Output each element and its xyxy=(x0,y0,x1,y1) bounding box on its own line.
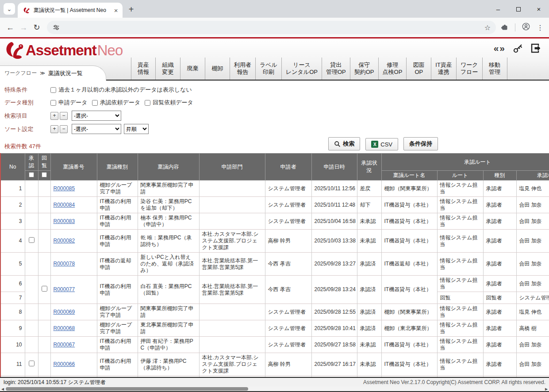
route-name-cell: IT機器返却（本社） xyxy=(381,376,437,377)
logout-icon[interactable] xyxy=(530,43,542,54)
scroll-left-icon[interactable]: ◀ xyxy=(0,387,5,391)
route-cell: 回覧 xyxy=(437,292,483,304)
approve-checkbox-cell xyxy=(25,197,38,213)
approver-cell: 合田 加奈 xyxy=(516,353,549,376)
add-search-item-button[interactable]: + xyxy=(50,112,58,120)
window-maximize-button[interactable] xyxy=(508,5,529,13)
ringi-number-link[interactable]: R000067 xyxy=(54,342,75,348)
hide-old-data-checkbox[interactable] xyxy=(50,87,56,93)
row-review-checkbox[interactable] xyxy=(42,286,47,292)
remove-sort-button[interactable]: − xyxy=(60,125,68,133)
remove-search-item-button[interactable]: − xyxy=(60,112,68,120)
approver-cell: 合田 加奈 xyxy=(516,213,549,230)
approval-request-data-checkbox[interactable] xyxy=(92,100,98,106)
ringi-number-link[interactable]: R000084 xyxy=(54,202,75,208)
nav-tab-IT資産連携[interactable]: IT資産連携 xyxy=(431,58,457,80)
route-name-cell: IT機器貸与（本社） xyxy=(381,337,437,353)
nav-tab-棚卸[interactable]: 棚卸 xyxy=(205,58,230,80)
csv-export-button[interactable]: X CSV xyxy=(365,138,398,150)
approve-all-checkbox[interactable] xyxy=(29,172,34,177)
row-approve-checkbox[interactable] xyxy=(29,237,35,243)
approve-checkbox-cell xyxy=(25,304,38,320)
route-kind-cell: 承認者 xyxy=(483,197,516,213)
new-tab-button[interactable]: + xyxy=(125,3,138,15)
approver-cell: 塩見 伸也 xyxy=(516,181,549,197)
nav-tab-ラベル印刷[interactable]: ラベル印刷 xyxy=(256,58,282,80)
ringi-number-link[interactable]: R000066 xyxy=(54,361,75,367)
table-row: 1R000085棚卸グループ完了申請関東事業所棚卸完了申請システム管理者2025… xyxy=(0,181,549,197)
password-key-icon[interactable] xyxy=(513,43,523,54)
keep-conditions-button[interactable]: 条件保持 xyxy=(403,137,438,150)
nav-tab-ワークフロー[interactable]: ワークフロー xyxy=(457,58,483,80)
bookmark-star-icon[interactable]: ☆ xyxy=(484,23,491,32)
nav-tab-図面OP[interactable]: 図面OP xyxy=(407,58,431,80)
ringi-number-link[interactable]: R000083 xyxy=(54,218,75,224)
tab-close-icon[interactable]: × xyxy=(114,7,118,14)
nav-tab-保守契約OP[interactable]: 保守契約OP xyxy=(350,58,379,80)
ringi-number-link[interactable]: R000078 xyxy=(54,261,75,267)
window-close-button[interactable]: × xyxy=(529,5,549,13)
app-logo[interactable]: AssetmentNeo xyxy=(4,41,123,60)
breadcrumb-section[interactable]: ワークフロー xyxy=(4,69,37,77)
scrollbar-thumb[interactable] xyxy=(6,387,248,391)
row-approve-checkbox[interactable] xyxy=(29,361,35,366)
ringi-number-link[interactable]: R000082 xyxy=(54,238,75,244)
breadcrumb: ワークフロー ≫ 稟議状況一覧 xyxy=(0,65,106,81)
approval-status-cell: 未承認 xyxy=(357,353,381,376)
sort-item-select[interactable]: -選択- xyxy=(72,124,121,134)
approval-status-cell: 差戻 xyxy=(357,181,381,197)
add-sort-button[interactable]: + xyxy=(50,125,58,133)
search-button[interactable]: 検索 xyxy=(328,137,360,150)
address-bar[interactable]: ☆ xyxy=(47,21,496,34)
row-number-cell: 5 xyxy=(0,253,25,276)
ringi-number-link[interactable]: R000069 xyxy=(54,309,75,315)
window-minimize-button[interactable]: – xyxy=(488,5,508,13)
nav-tab-利用者報告[interactable]: 利用者報告 xyxy=(230,58,256,80)
circulation-request-data-checkbox[interactable] xyxy=(145,100,150,106)
route-name-cell: 棚卸（東北事業所） xyxy=(381,320,437,337)
sort-order-select[interactable]: 昇順 xyxy=(124,124,149,134)
ringi-content-cell: 染谷 仁美：業務用PCを追加（却下） xyxy=(138,197,199,213)
forward-icon[interactable]: → xyxy=(17,23,30,32)
nav-tab-リースレンタルOP[interactable]: リースレンタルOP xyxy=(282,58,322,80)
ringi-number-link[interactable]: R000077 xyxy=(54,286,75,292)
approve-checkbox-cell xyxy=(25,230,38,253)
reload-icon[interactable]: ↻ xyxy=(30,23,43,32)
request-dept-cell: 本社.カスタマー本部.システム支援部.プロジェクト支援課 xyxy=(199,230,265,253)
col-header-status: 承認状況 xyxy=(357,154,381,181)
nav-tab-資産情報[interactable]: 資産情報 xyxy=(131,58,156,80)
ringi-number-link[interactable]: R000068 xyxy=(54,325,75,331)
route-cell: 情報システム担当 xyxy=(437,320,483,337)
ringi-number-cell: R000065 xyxy=(50,376,97,377)
nav-tab-移動管理[interactable]: 移動管理 xyxy=(483,58,507,80)
nav-tab-廃棄[interactable]: 廃棄 xyxy=(180,58,205,80)
site-settings-icon[interactable] xyxy=(52,23,60,31)
review-all-checkbox[interactable] xyxy=(42,172,47,177)
browser-menu-icon[interactable]: ⋮ xyxy=(537,23,544,32)
nav-tab-修理点検OP[interactable]: 修理点検OP xyxy=(379,58,407,80)
search-item-label: 検索項目 xyxy=(4,112,50,120)
approval-status-cell: 承認済 xyxy=(357,304,381,320)
ringi-number-cell: R000083 xyxy=(50,213,97,230)
route-cell: 情報システム担当 xyxy=(437,376,483,377)
browser-tab[interactable]: 稟議状況一覧 | Assetment Neo × xyxy=(18,3,123,18)
collapse-expand-icons[interactable]: «» xyxy=(494,43,506,54)
request-data-checkbox[interactable] xyxy=(50,100,56,106)
approval-status-cell: 却下 xyxy=(357,197,381,213)
profile-icon[interactable] xyxy=(522,22,530,33)
nav-tab-組織変更[interactable]: 組織変更 xyxy=(156,58,180,80)
ringi-number-link[interactable]: R000085 xyxy=(54,185,75,192)
window-controls: – × xyxy=(488,0,549,18)
back-icon[interactable]: ← xyxy=(4,23,17,32)
scroll-right-icon[interactable]: ▶ xyxy=(544,387,549,391)
search-item-select[interactable]: -選択- xyxy=(72,111,121,121)
extensions-icon[interactable] xyxy=(500,23,509,33)
horizontal-scrollbar[interactable]: ◀ ▶ xyxy=(0,387,549,392)
data-type-label: データ種別 xyxy=(4,99,50,107)
request-dept-cell xyxy=(199,197,265,213)
table-row: 11R000066IT機器の利用申請伊藤 澪：業務用PC（承認待ち）本社.カスタ… xyxy=(0,353,549,376)
request-datetime-cell: 2025/10/11 12:56 xyxy=(311,181,357,197)
tab-search-button[interactable]: ⌄ xyxy=(4,3,15,15)
table-row: 10R000067IT機器の利用申請押田 有紀子：業務用PC（申請中）システム管… xyxy=(0,337,549,353)
nav-tab-貸出管理OP[interactable]: 貸出管理OP xyxy=(322,58,350,80)
